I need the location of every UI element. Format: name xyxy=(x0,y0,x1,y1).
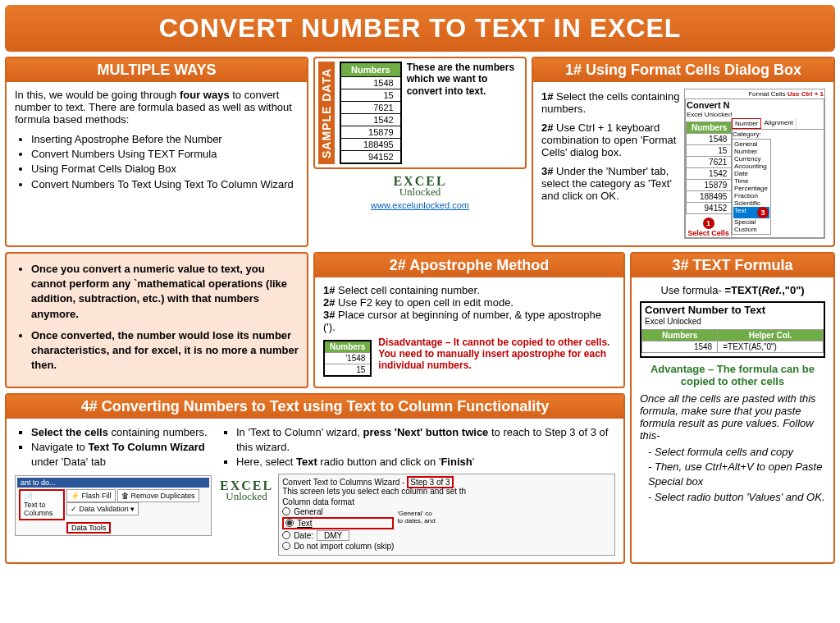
website-link[interactable]: www.excelunlocked.com xyxy=(371,200,469,210)
opt-general[interactable]: General xyxy=(282,507,394,516)
middle-row: Once you convert a numeric value to text… xyxy=(5,252,835,564)
multiple-ways-box: MULTIPLE WAYS In this, we would be going… xyxy=(5,57,308,247)
tf-step-3: Select radio button 'Values' and OK. xyxy=(648,490,825,505)
top-row: MULTIPLE WAYS In this, we would be going… xyxy=(5,57,835,247)
note-2: Once converted, the number would lose it… xyxy=(31,328,299,373)
tf-step-2: Then, use Ctrl+Alt+V to open Paste Speci… xyxy=(648,460,825,489)
mw-item-4: Convert Numbers To Text Using Text To Co… xyxy=(31,177,299,192)
text-to-columns-button[interactable]: 📄Text to Columns xyxy=(19,489,65,520)
data-val-button[interactable]: ✓ Data Validation ▾ xyxy=(66,502,139,515)
note-1: Once you convert a numeric value to text… xyxy=(31,262,299,322)
fc-step-2: 2# Use Ctrl + 1 keyboard combination to … xyxy=(541,121,681,158)
tf-advantage: Advantage – The formula can be copied to… xyxy=(640,363,825,387)
wizard-dialog: Convert Text to Columns Wizard - Step 3 … xyxy=(278,474,615,556)
mw-item-3: Using Format Cells Dialog Box xyxy=(31,162,299,176)
tf-step-1: Select formula cells and copy xyxy=(648,445,825,460)
fc-step-1: 1# Select the cells containing numbers. xyxy=(541,90,681,115)
mw-intro: In this, we would be going through four … xyxy=(15,89,299,126)
fc-screenshot: Format Cells Use Ctrl + 1 Convert N Exce… xyxy=(684,89,825,239)
badge-3: 3 xyxy=(757,207,769,218)
multiple-ways-header: MULTIPLE WAYS xyxy=(7,58,307,82)
sample-data-box: SAMPLE DATA Numbers 1548 15 7621 1542 15… xyxy=(313,57,527,247)
ttc-left-1: Select the cells containing numbers. xyxy=(31,425,212,440)
apos-disadvantage: Disadvantage – It cannot be copied to ot… xyxy=(378,337,615,380)
logo-block: EXCEL Unlocked www.excelunlocked.com xyxy=(313,174,527,211)
opt-skip[interactable]: Do not import column (skip) xyxy=(282,542,394,551)
ttc-right-2: Here, select Text radio button and click… xyxy=(236,455,615,470)
mw-item-1: Inserting Apostrophe Before the Number xyxy=(31,132,299,147)
ttc-right-1: In 'Text to Column' wizard, press 'Next'… xyxy=(236,425,615,455)
text-to-column-box: 4# Converting Numbers to Text using Text… xyxy=(5,393,625,564)
apos-s1: 1# 1# Select cell containing number.Sele… xyxy=(323,284,615,296)
text-formula-box: 3# TEXT Formula Use formula- =TEXT(Ref.,… xyxy=(630,252,835,564)
badge-1: 1 xyxy=(703,218,714,229)
apos-s2: 2# Use F2 key to open cell in edit mode. xyxy=(323,296,615,309)
flash-fill-button[interactable]: ⚡ Flash Fill xyxy=(66,489,116,502)
format-cells-box: 1# Using Format Cells Dialog Box 1# Sele… xyxy=(532,57,835,247)
remove-dup-button[interactable]: 🗑 Remove Duplicates xyxy=(117,489,199,502)
main-title: CONVERT NUMBER TO TEXT IN EXCEL xyxy=(5,5,835,52)
sample-description: These are the numbers which we want to c… xyxy=(407,62,522,164)
notes-box: Once you convert a numeric value to text… xyxy=(5,252,308,388)
mw-item-2: Convert Numbers Using TEXT Formula xyxy=(31,147,299,162)
apos-header: 2# Apostrophe Method xyxy=(315,254,623,277)
ttc-header: 4# Converting Numbers to Text using Text… xyxy=(7,395,623,419)
apostrophe-box: 2# Apostrophe Method 1# 1# Select cell c… xyxy=(313,252,625,388)
ttc-left-2: Navigate to Text To Column Wizard under … xyxy=(31,440,212,470)
tf-formula: Use formula- =TEXT(Ref.,"0") xyxy=(640,284,825,296)
tf-follow: Once all the cells are pasted with this … xyxy=(640,392,825,442)
opt-text[interactable]: Text xyxy=(282,517,394,529)
sample-table: Numbers 1548 15 7621 1542 15879 188495 9… xyxy=(340,62,402,164)
sample-label: SAMPLE DATA xyxy=(318,62,335,164)
tf-header: 3# TEXT Formula xyxy=(632,254,833,277)
fc-step-3: 3# Under the 'Number' tab, select the ca… xyxy=(541,165,681,202)
opt-date[interactable]: Date: DMY xyxy=(282,530,394,541)
apos-s3: 3# Place cursor at beginning of number, … xyxy=(323,309,615,333)
fc-header: 1# Using Format Cells Dialog Box xyxy=(533,58,833,82)
ribbon-screenshot: ant to do... 📄Text to Columns ⚡ Flash Fi… xyxy=(15,475,212,536)
